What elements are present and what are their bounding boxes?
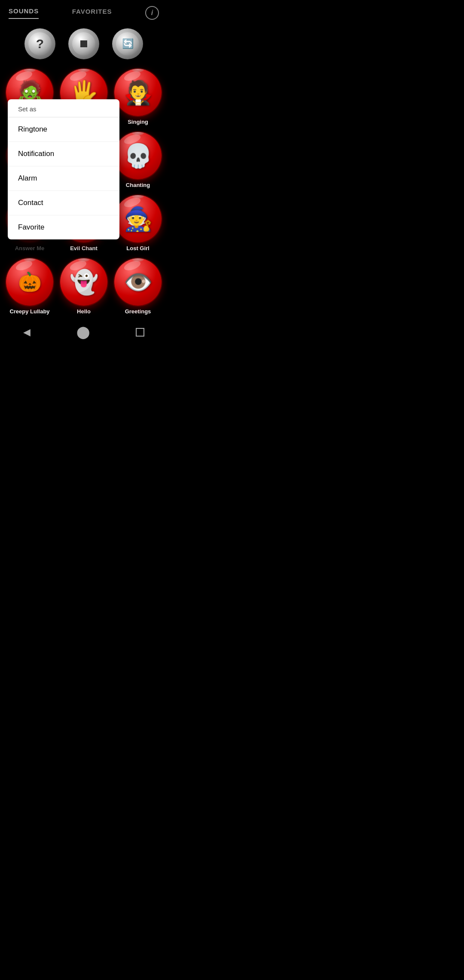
- context-menu-header: Set as: [8, 99, 119, 117]
- back-button[interactable]: ◀: [23, 327, 31, 338]
- recents-button[interactable]: [136, 328, 144, 337]
- context-menu: Set as Ringtone Notification Alarm Conta…: [8, 99, 119, 239]
- main-area: ? ⏹ 🔄 🧟 Short Greeting 🖐️: [0, 20, 168, 322]
- bottom-bar: ◀ ⬤: [0, 322, 168, 343]
- info-button[interactable]: i: [145, 6, 159, 20]
- context-menu-overlay[interactable]: Set as Ringtone Notification Alarm Conta…: [0, 20, 168, 322]
- top-navigation: SOUNDS FAVORITES i: [0, 0, 168, 20]
- favorites-tab[interactable]: FAVORITES: [72, 8, 112, 18]
- context-menu-favorite[interactable]: Favorite: [8, 215, 119, 239]
- context-menu-alarm[interactable]: Alarm: [8, 166, 119, 191]
- context-menu-contact[interactable]: Contact: [8, 191, 119, 215]
- context-menu-ringtone[interactable]: Ringtone: [8, 117, 119, 142]
- context-menu-notification[interactable]: Notification: [8, 142, 119, 166]
- sounds-tab[interactable]: SOUNDS: [9, 7, 39, 19]
- home-button[interactable]: ⬤: [76, 325, 90, 339]
